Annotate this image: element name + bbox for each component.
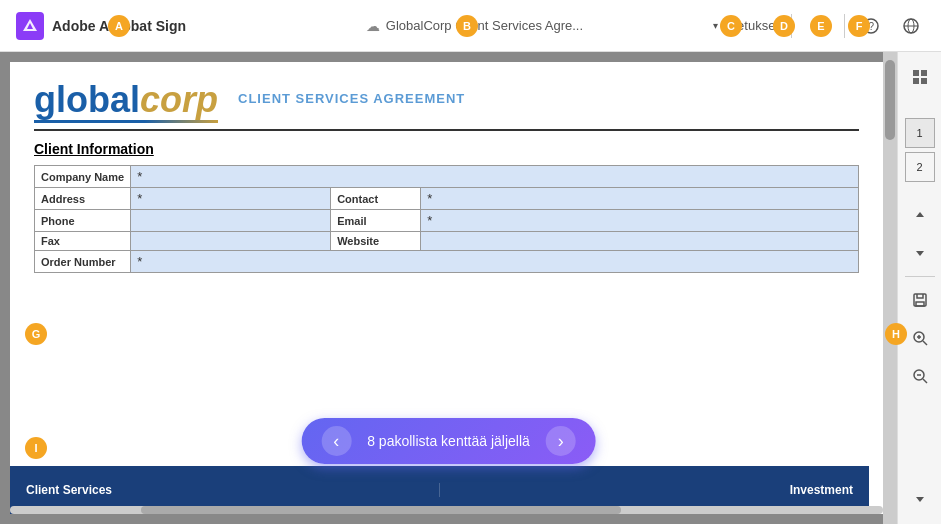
contact-label: Contact: [331, 188, 421, 210]
main-layout: globalcorp CLIENT SERVICES AGREEMENT Cli…: [0, 52, 941, 524]
document-title: GlobalCorp Client Services Agre...: [386, 18, 583, 33]
phone-input[interactable]: [131, 210, 331, 232]
annotation-b: B: [456, 15, 478, 37]
annotation-h: H: [885, 323, 907, 345]
prev-field-button[interactable]: ‹: [321, 426, 351, 456]
annotation-g: G: [25, 323, 47, 345]
document-area: globalcorp CLIENT SERVICES AGREEMENT Cli…: [0, 52, 897, 524]
company-logo-area: globalcorp CLIENT SERVICES AGREEMENT: [34, 82, 859, 123]
zoom-in-button[interactable]: [903, 321, 937, 355]
save-button[interactable]: [903, 283, 937, 317]
table-row: Phone Email *: [35, 210, 859, 232]
annotation-e: E: [810, 15, 832, 37]
grid-icon: [913, 70, 927, 84]
contact-input[interactable]: *: [421, 188, 859, 210]
website-input[interactable]: [421, 232, 859, 251]
address-input[interactable]: *: [131, 188, 331, 210]
order-number-input[interactable]: *: [131, 251, 859, 273]
client-services-col: Client Services: [10, 483, 440, 497]
company-name-label: Company Name: [35, 166, 131, 188]
page-1-number: 1: [916, 127, 922, 139]
company-name-input[interactable]: *: [131, 166, 859, 188]
fax-input[interactable]: [131, 232, 331, 251]
investment-label: Investment: [790, 483, 853, 497]
email-label: Email: [331, 210, 421, 232]
annotation-c: C: [720, 15, 742, 37]
table-row: Fax Website: [35, 232, 859, 251]
svg-line-13: [923, 379, 927, 383]
header-divider2: [844, 14, 845, 38]
annotation-d: D: [773, 15, 795, 37]
horizontal-scrollbar-thumb[interactable]: [141, 506, 621, 514]
page-2-number: 2: [916, 161, 922, 173]
logo-underline: [34, 120, 218, 123]
required-fields-nav: ‹ 8 pakollista kenttää jäljellä ›: [301, 418, 596, 464]
cloud-icon: ☁: [366, 18, 380, 34]
zoom-out-button[interactable]: [903, 359, 937, 393]
fax-label: Fax: [35, 232, 131, 251]
corp-text: corp: [140, 79, 218, 120]
client-info-table: Company Name * Address * Contact * Pho: [34, 165, 859, 273]
scrollbar-thumb[interactable]: [885, 60, 895, 140]
section-title: Client Information: [34, 141, 859, 157]
svg-line-9: [923, 341, 927, 345]
page-2-badge[interactable]: 2: [905, 152, 935, 182]
page-1-badge[interactable]: 1: [905, 118, 935, 148]
phone-label: Phone: [35, 210, 131, 232]
global-text: global: [34, 79, 140, 120]
doc-vertical-scrollbar[interactable]: [883, 52, 897, 524]
right-sidebar: 1 2: [897, 52, 941, 524]
address-label: Address: [35, 188, 131, 210]
pages-grid-button[interactable]: [903, 60, 937, 94]
page-down-button[interactable]: [903, 482, 937, 516]
globe-button[interactable]: [897, 12, 925, 40]
page-content: globalcorp CLIENT SERVICES AGREEMENT Cli…: [10, 62, 883, 293]
next-field-button[interactable]: ›: [546, 426, 576, 456]
horizontal-scrollbar[interactable]: [10, 506, 883, 514]
table-row: Company Name *: [35, 166, 859, 188]
website-label: Website: [331, 232, 421, 251]
table-row: Address * Contact *: [35, 188, 859, 210]
email-input[interactable]: *: [421, 210, 859, 232]
sidebar-bottom: [903, 482, 937, 516]
globalcorp-logo: globalcorp: [34, 82, 218, 123]
sidebar-divider: [905, 276, 935, 277]
client-services-label: Client Services: [26, 483, 112, 497]
title-divider: [34, 129, 859, 131]
annotation-f: F: [848, 15, 870, 37]
agreement-title: CLIENT SERVICES AGREEMENT: [238, 91, 465, 106]
chevron-down-icon: ▾: [713, 20, 718, 31]
investment-col: Investment: [440, 483, 869, 497]
scroll-down-button[interactable]: [903, 236, 937, 270]
annotation-a: A: [108, 15, 130, 37]
annotation-i: I: [25, 437, 47, 459]
table-row: Order Number *: [35, 251, 859, 273]
order-number-label: Order Number: [35, 251, 131, 273]
scroll-up-button[interactable]: [903, 198, 937, 232]
app-logo-icon: [16, 12, 44, 40]
required-fields-label: 8 pakollista kenttää jäljellä: [367, 433, 530, 449]
